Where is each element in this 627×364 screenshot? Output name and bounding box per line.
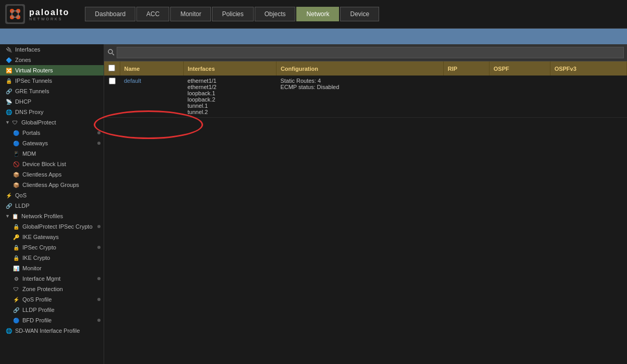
sidebar-label: SD-WAN Interface Profile	[15, 328, 80, 334]
zone-prot-icon: 🛡	[12, 285, 20, 293]
logo: paloalto NETWORKS	[5, 4, 69, 24]
sidebar-item-lldp-profile[interactable]: 🔗LLDP Profile	[0, 305, 104, 315]
svg-line-10	[112, 53, 115, 55]
sidebar-item-bfd-profile[interactable]: 🔵BFD Profile	[0, 315, 104, 325]
col-ospf: OSPF	[489, 61, 550, 76]
sidebar-item-interfaces[interactable]: 🔌Interfaces	[0, 44, 104, 55]
block-icon: 🚫	[12, 160, 20, 168]
logo-name: paloalto	[29, 8, 69, 17]
zones-icon: 🔷	[5, 56, 12, 64]
table-header-row: Name Interfaces Configuration RIP OSPF O…	[104, 61, 627, 76]
toggle-icon: ▼	[5, 120, 10, 125]
bfd-icon: 🔵	[12, 317, 20, 324]
blue-band	[0, 29, 627, 44]
sidebar-item-ipsec-crypto[interactable]: 🔒IPSec Crypto	[0, 242, 104, 253]
content-area: Name Interfaces Configuration RIP OSPF O…	[104, 44, 627, 364]
interfaces-icon: 🔌	[5, 46, 12, 53]
logo-sub: NETWORKS	[29, 17, 69, 21]
dns-icon: 🌐	[5, 108, 12, 116]
sidebar-label: IPSec Crypto	[22, 244, 56, 250]
sidebar-label: IPSec Tunnels	[15, 78, 52, 84]
logo-icon	[5, 4, 25, 24]
nav-tab-monitor[interactable]: Monitor	[170, 7, 211, 21]
sidebar-label: Virtual Routers	[15, 67, 53, 73]
gre-icon: 🔗	[5, 87, 12, 95]
sidebar-label: Device Block List	[22, 161, 66, 167]
sidebar-label: Clientless Apps	[22, 171, 61, 178]
row-checkbox[interactable]	[109, 78, 116, 84]
sidebar-item-mdm[interactable]: 📱MDM	[0, 148, 104, 159]
sidebar-item-interface-mgmt[interactable]: ⚙Interface Mgmt	[0, 273, 104, 284]
toggle-icon: ▼	[5, 214, 10, 219]
sidebar-item-network-profiles[interactable]: ▼📋Network Profiles	[0, 211, 104, 221]
sidebar-label: GRE Tunnels	[15, 88, 49, 94]
sidebar-label: Clientless App Groups	[22, 182, 79, 188]
table-container: Name Interfaces Configuration RIP OSPF O…	[104, 61, 627, 364]
sidebar-item-gateways[interactable]: 🔵Gateways	[0, 138, 104, 148]
virtual-routers-table: Name Interfaces Configuration RIP OSPF O…	[104, 61, 627, 118]
sidebar-label: Zones	[15, 57, 31, 63]
profiles-icon: 📋	[11, 212, 19, 220]
sidebar-label: LLDP	[15, 203, 30, 209]
nav-tab-policies[interactable]: Policies	[212, 7, 253, 21]
col-checkbox	[104, 61, 120, 76]
sidebar-item-portals[interactable]: 🔵Portals	[0, 128, 104, 138]
sidebar-item-qos[interactable]: ⚡QoS	[0, 190, 104, 200]
dhcp-icon: 📡	[5, 98, 12, 105]
sidebar-item-qos-profile[interactable]: ⚡QoS Profile	[0, 294, 104, 305]
sidebar-item-ike-gateways[interactable]: 🔑IKE Gateways	[0, 232, 104, 242]
table-row[interactable]: defaultethernet1/1ethernet1/2loopback.1l…	[104, 76, 627, 118]
sidebar-item-dhcp[interactable]: 📡DHCP	[0, 96, 104, 107]
sidebar-item-ike-crypto[interactable]: 🔒IKE Crypto	[0, 253, 104, 263]
sidebar-item-virtual-routers[interactable]: 🔀Virtual Routers	[0, 65, 104, 76]
lldp-icon: 🔗	[5, 202, 12, 209]
sidebar-label: MDM	[22, 150, 36, 157]
sidebar-label: GlobalProtect IPSec Crypto	[22, 223, 93, 230]
nav-tabs: DashboardACCMonitorPoliciesObjectsNetwor…	[85, 7, 379, 21]
col-configuration: Configuration	[276, 61, 443, 76]
router-icon: 🔀	[5, 67, 12, 74]
main-layout: 🔌Interfaces🔷Zones🔀Virtual Routers🔒IPSec …	[0, 44, 627, 364]
sidebar-item-device-block-list[interactable]: 🚫Device Block List	[0, 159, 104, 169]
ipsec-icon: 🔒	[5, 77, 12, 84]
search-input[interactable]	[117, 47, 624, 58]
row-checkbox-cell	[104, 76, 120, 118]
apps-icon: 📦	[12, 171, 20, 178]
search-bar	[104, 44, 627, 61]
col-interfaces: Interfaces	[183, 61, 276, 76]
sidebar-label: Network Profiles	[21, 213, 63, 219]
gp-ipsec-icon: 🔒	[12, 223, 20, 230]
sidebar-item-clientless-apps[interactable]: 📦Clientless Apps	[0, 169, 104, 180]
sidebar-item-lldp[interactable]: 🔗LLDP	[0, 200, 104, 211]
sidebar-dot	[97, 225, 101, 228]
nav-tab-device[interactable]: Device	[340, 7, 379, 21]
sidebar-label: IKE Gateways	[22, 234, 59, 240]
sidebar-label: Monitor	[22, 265, 42, 271]
sidebar-dot	[97, 298, 101, 301]
ipsec-crypto-icon: 🔒	[12, 244, 20, 251]
top-bar: paloalto NETWORKS DashboardACCMonitorPol…	[0, 0, 627, 29]
sidebar-item-globalprotect[interactable]: ▼🛡GlobalProtect	[0, 117, 104, 128]
logo-text: paloalto NETWORKS	[29, 8, 69, 21]
sidebar-item-clientless-app-groups[interactable]: 📦Clientless App Groups	[0, 180, 104, 190]
nav-tab-dashboard[interactable]: Dashboard	[85, 7, 135, 21]
nav-tab-objects[interactable]: Objects	[255, 7, 296, 21]
sidebar-item-sd-wan-interface-profile[interactable]: 🌐SD-WAN Interface Profile	[0, 325, 104, 336]
sidebar-dot	[97, 319, 101, 322]
select-all-checkbox[interactable]	[108, 65, 115, 71]
sidebar-item-dns-proxy[interactable]: 🌐DNS Proxy	[0, 107, 104, 117]
sidebar-item-zones[interactable]: 🔷Zones	[0, 55, 104, 65]
row-rip	[443, 76, 489, 118]
nav-tab-network[interactable]: Network	[296, 7, 339, 21]
nav-tab-acc[interactable]: ACC	[136, 7, 169, 21]
portals-icon: 🔵	[12, 129, 20, 136]
sidebar-item-zone-protection[interactable]: 🛡Zone Protection	[0, 284, 104, 294]
sidebar-item-globalprotect-ipsec-crypto[interactable]: 🔒GlobalProtect IPSec Crypto	[0, 221, 104, 232]
sidebar-item-gre-tunnels[interactable]: 🔗GRE Tunnels	[0, 86, 104, 96]
row-ospfv3	[550, 76, 626, 118]
sidebar-dot	[97, 131, 101, 134]
sidebar-label: Interfaces	[15, 46, 40, 53]
if-mgmt-icon: ⚙	[12, 275, 20, 282]
sidebar-item-monitor[interactable]: 📊Monitor	[0, 263, 104, 273]
sidebar-item-ipsec-tunnels[interactable]: 🔒IPSec Tunnels	[0, 76, 104, 86]
